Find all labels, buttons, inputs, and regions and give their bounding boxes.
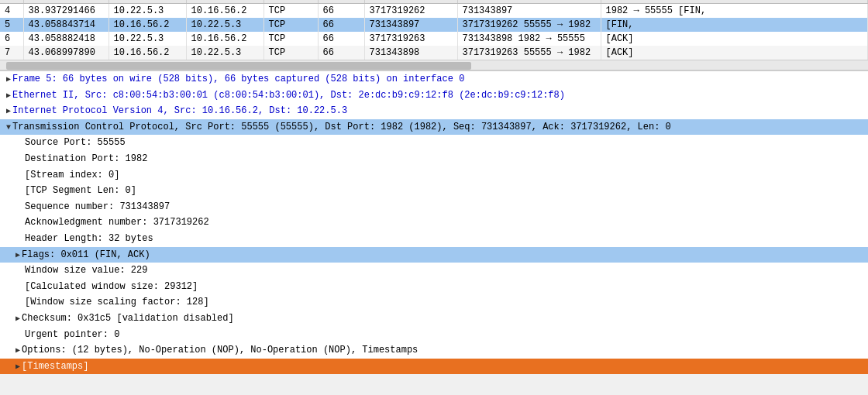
detail-field: Source Port: 55555 [0, 135, 868, 151]
packet-row[interactable]: 543.05884371410.16.56.210.22.5.3TCP66731… [0, 18, 868, 32]
packet-detail-panel: ▶Frame 5: 66 bytes on wire (528 bits), 6… [0, 70, 868, 374]
detail-field: [Calculated window size: 29312] [0, 279, 868, 295]
expand-arrow: ▶ [16, 313, 20, 325]
expand-arrow: ▶ [16, 361, 20, 373]
detail-field: Acknowledgment number: 3717319262 [0, 215, 868, 231]
packet-row[interactable]: 743.06899789010.16.56.210.22.5.3TCP66731… [0, 46, 868, 60]
detail-field[interactable]: ▶Flags: 0x011 (FIN, ACK) [0, 247, 868, 263]
detail-tcp-header[interactable]: ▼Transmission Control Protocol, Src Port… [0, 119, 868, 136]
detail-field: Urgent pointer: 0 [0, 327, 868, 343]
detail-field: Destination Port: 1982 [0, 151, 868, 167]
detail-field[interactable]: ▶Checksum: 0x31c5 [validation disabled] [0, 311, 868, 327]
horizontal-scrollbar[interactable] [0, 60, 868, 70]
detail-field: Sequence number: 731343897 [0, 199, 868, 215]
detail-field: Header Length: 32 bytes [0, 231, 868, 247]
detail-field: [Window size scaling factor: 128] [0, 294, 868, 311]
detail-section-frame[interactable]: ▶Frame 5: 66 bytes on wire (528 bits), 6… [0, 71, 868, 88]
detail-section-ipv4[interactable]: ▶Internet Protocol Version 4, Src: 10.16… [0, 103, 868, 119]
expand-arrow: ▶ [16, 249, 20, 262]
detail-section-ethernet[interactable]: ▶Ethernet II, Src: c8:00:54:b3:00:01 (c8… [0, 88, 868, 104]
detail-field[interactable]: ▶Options: (12 bytes), No-Operation (NOP)… [0, 342, 868, 359]
detail-field: [Stream index: 0] [0, 167, 868, 184]
detail-field[interactable]: ▶[Timestamps] [0, 359, 868, 375]
packet-row[interactable]: 438.93729146610.22.5.310.16.56.2TCP66371… [0, 4, 868, 19]
expand-arrow: ▶ [6, 74, 11, 86]
collapse-arrow: ▼ [6, 122, 11, 134]
expand-arrow: ▶ [6, 105, 11, 118]
detail-field: [TCP Segment Len: 0] [0, 183, 868, 199]
scrollbar-thumb[interactable] [6, 62, 471, 70]
packet-list-table: 438.93729146610.22.5.310.16.56.2TCP66371… [0, 0, 868, 60]
expand-arrow: ▶ [16, 345, 20, 357]
expand-arrow: ▶ [6, 90, 11, 102]
detail-field: Window size value: 229 [0, 263, 868, 279]
packet-row[interactable]: 643.05888241810.22.5.310.16.56.2TCP66371… [0, 32, 868, 46]
